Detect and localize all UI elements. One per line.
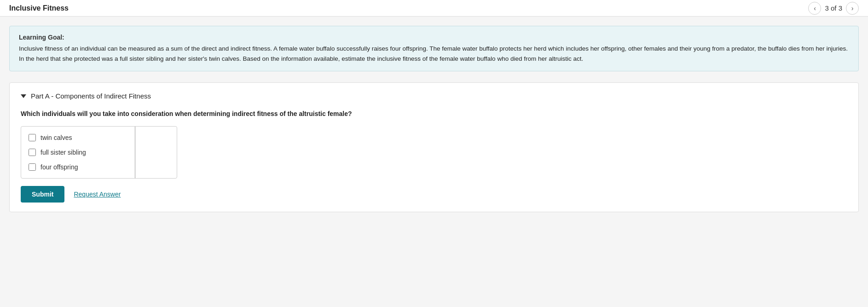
main-content: Learning Goal: Inclusive fitness of an i…	[0, 17, 868, 221]
submit-button[interactable]: Submit	[21, 186, 64, 203]
full-sister-sibling-checkbox[interactable]	[29, 149, 36, 156]
section-title-bold: Part A -	[31, 92, 53, 100]
section-title: Part A - Components of Indirect Fitness	[31, 92, 151, 100]
learning-goal-title: Learning Goal:	[19, 34, 849, 41]
collapse-arrow-icon[interactable]	[21, 94, 26, 98]
next-page-button[interactable]: ›	[846, 2, 859, 15]
pagination-text: 3 of 3	[825, 4, 842, 12]
checkbox-container: twin calves full sister sibling four off…	[21, 126, 177, 179]
request-answer-button[interactable]: Request Answer	[74, 191, 121, 198]
chevron-left-icon: ‹	[814, 5, 816, 12]
prev-page-button[interactable]: ‹	[808, 2, 821, 15]
page-title: Inclusive Fitness	[9, 4, 69, 12]
action-buttons: Submit Request Answer	[21, 186, 847, 203]
twin-calves-checkbox[interactable]	[29, 134, 36, 141]
section-card: Part A - Components of Indirect Fitness …	[9, 82, 859, 212]
four-offspring-label[interactable]: four offspring	[41, 163, 78, 171]
chevron-right-icon: ›	[851, 5, 854, 12]
twin-calves-label[interactable]: twin calves	[41, 134, 72, 141]
learning-goal-text: Inclusive fitness of an individual can b…	[19, 44, 849, 64]
question-text: Which individuals will you take into con…	[21, 109, 847, 119]
learning-goal-box: Learning Goal: Inclusive fitness of an i…	[9, 26, 859, 71]
section-title-normal: Components of Indirect Fitness	[55, 92, 151, 100]
list-item: twin calves	[27, 130, 171, 145]
four-offspring-checkbox[interactable]	[29, 163, 36, 171]
divider-line	[135, 127, 135, 178]
list-item: full sister sibling	[27, 145, 171, 160]
page-header: Inclusive Fitness ‹ 3 of 3 ›	[0, 0, 868, 17]
section-header: Part A - Components of Indirect Fitness	[21, 92, 847, 100]
full-sister-sibling-label[interactable]: full sister sibling	[41, 149, 86, 156]
list-item: four offspring	[27, 160, 171, 174]
pagination-controls: ‹ 3 of 3 ›	[808, 2, 859, 15]
